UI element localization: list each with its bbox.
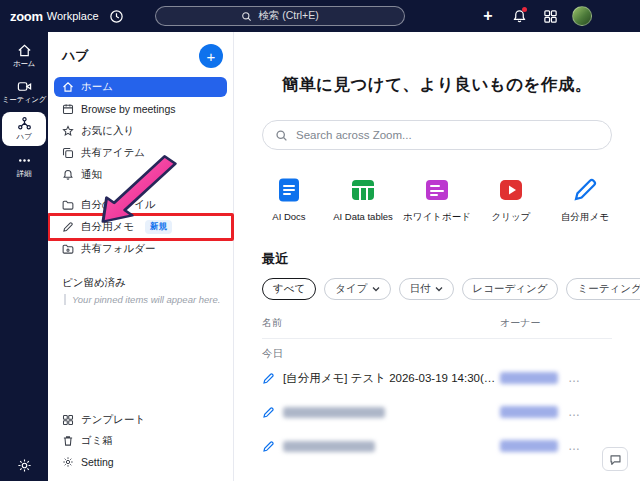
sidebar-item-label: 共有アイテム [81, 146, 145, 160]
sidebar-item-home[interactable]: ホーム [54, 77, 227, 97]
sidebar-item-label: 自分用メモ [81, 220, 134, 234]
rail-item-home[interactable]: ホーム [2, 40, 46, 72]
history-icon[interactable] [106, 6, 126, 26]
sidebar-item-label: お気に入り [81, 124, 134, 138]
sidebar-item-notifications[interactable]: 通知 [54, 165, 227, 185]
filter-recordings[interactable]: レコーディング [462, 278, 559, 300]
notifications-bell-icon[interactable] [510, 7, 528, 25]
rail-item-meetings[interactable]: ミーティング [2, 76, 46, 108]
sidebar-item-my-notes[interactable]: 自分用メモ 新規 [54, 217, 227, 237]
sidebar-item-shared-items[interactable]: 共有アイテム [54, 143, 227, 163]
filter-meeting-summary[interactable]: ミーティング要約 [566, 278, 640, 300]
app-ai-docs[interactable]: AI Docs [256, 176, 322, 224]
sidebar-item-trash[interactable]: ゴミ箱 [54, 431, 227, 451]
pinned-section-title: ピン留め済み [54, 276, 227, 290]
rail-item-label: 詳細 [17, 169, 31, 179]
ai-docs-icon [275, 176, 303, 204]
chevron-down-icon [372, 286, 380, 292]
hub-sidebar: ハブ + ホーム Browse by meetings お気に入り 共有ア [48, 32, 234, 481]
ai-data-tables-icon [349, 176, 377, 204]
pencil-icon [262, 372, 275, 385]
star-icon [62, 125, 74, 137]
sidebar-title: ハブ [62, 47, 89, 65]
zoom-logo: zoom Workplace [10, 0, 99, 32]
recent-section-title: 最近 [262, 250, 612, 268]
annotation-box [47, 213, 234, 241]
home-icon [17, 43, 32, 58]
rail-settings-gear-icon[interactable] [0, 458, 48, 473]
sidebar-item-label: Browse by meetings [81, 103, 176, 115]
trash-icon [62, 435, 74, 447]
zoom-logo-text: zoom [10, 9, 43, 24]
new-badge: 新規 [145, 220, 172, 234]
app-my-notes[interactable]: 自分用メモ [552, 176, 618, 224]
apps-row: AI Docs AI Data tables ホワイトボード クリップ [234, 176, 640, 224]
column-owner[interactable]: オーナー [500, 316, 612, 330]
row-more-icon[interactable]: … [568, 439, 581, 453]
template-icon [62, 414, 74, 426]
sidebar-item-templates[interactable]: テンプレート [54, 410, 227, 430]
avatar[interactable] [572, 6, 592, 26]
row-more-icon[interactable]: … [568, 405, 581, 419]
main-content: 簡単に見つけて、より良いものを作成。 AI Docs AI Data table… [234, 32, 640, 481]
column-name[interactable]: 名前 [262, 316, 500, 330]
global-search-placeholder: 検索 (Ctrl+E) [258, 9, 318, 23]
app-label: ホワイトボード [403, 211, 471, 224]
app-whiteboard[interactable]: ホワイトボード [404, 176, 470, 224]
sidebar-item-label: テンプレート [81, 413, 145, 427]
sidebar-item-label: Setting [81, 456, 114, 468]
apps-icon[interactable] [541, 7, 559, 25]
rail-item-label: ホーム [13, 59, 35, 69]
zoom-workplace-window: zoom Workplace 検索 (Ctrl+E) + [0, 0, 640, 481]
clips-icon [497, 176, 525, 204]
sidebar-item-favorites[interactable]: お気に入り [54, 121, 227, 141]
chevron-down-icon [435, 286, 443, 292]
row-title-blurred [283, 407, 385, 418]
owner-blurred [500, 372, 558, 384]
rail-item-hub[interactable]: ハブ [2, 112, 46, 146]
whiteboard-icon [423, 176, 451, 204]
sidebar-item-label: ホーム [81, 80, 113, 94]
global-search[interactable]: 検索 (Ctrl+E) [155, 6, 405, 26]
app-label: 自分用メモ [561, 211, 609, 224]
app-clips[interactable]: クリップ [478, 176, 544, 224]
more-icon [17, 153, 32, 168]
pencil-icon [262, 440, 275, 453]
pencil-icon [262, 406, 275, 419]
filter-date[interactable]: 日付 [399, 278, 454, 300]
app-ai-data-tables[interactable]: AI Data tables [330, 176, 396, 224]
pinned-empty-text: Your pinned items will appear here. [64, 294, 223, 305]
hero-heading: 簡単に見つけて、より良いものを作成。 [234, 74, 640, 96]
folder-icon [62, 199, 74, 211]
meetings-icon [17, 79, 32, 94]
sidebar-item-browse-by-meetings[interactable]: Browse by meetings [54, 99, 227, 119]
sidebar-item-label: 自分のファイル [81, 198, 156, 212]
filter-type[interactable]: タイプ [324, 278, 390, 300]
table-row[interactable]: … [262, 429, 612, 463]
sidebar-divider-space [48, 186, 233, 194]
app-label: クリップ [492, 211, 531, 224]
add-icon[interactable]: + [479, 7, 497, 25]
gear-icon [62, 456, 74, 468]
row-more-icon[interactable]: … [568, 371, 581, 385]
sidebar-item-setting[interactable]: Setting [54, 452, 227, 472]
search-icon [241, 11, 252, 22]
feedback-chat-button[interactable] [602, 447, 628, 471]
sidebar-item-my-files[interactable]: 自分のファイル [54, 195, 227, 215]
table-row[interactable]: [自分用メモ] テスト 2026-03-19 14:30(GMT+9:... … [262, 361, 612, 395]
sidebar-item-shared-folders[interactable]: 共有フォルダー [54, 239, 227, 259]
filter-all[interactable]: すべて [262, 278, 316, 300]
rail-item-more[interactable]: 詳細 [2, 150, 46, 182]
zoom-search-bar [262, 120, 612, 150]
search-icon [275, 129, 288, 142]
filter-chips: すべて タイプ 日付 レコーディング [262, 278, 612, 300]
row-title: [自分用メモ] テスト 2026-03-19 14:30(GMT+9:... [283, 371, 500, 386]
add-new-button[interactable]: + [199, 44, 223, 68]
shared-items-icon [62, 147, 74, 159]
bell-icon [62, 169, 74, 181]
search-input[interactable] [296, 129, 599, 141]
left-rail: ホーム ミーティング ハブ 詳細 [0, 32, 48, 481]
table-row[interactable]: … [262, 395, 612, 429]
sidebar-item-label: 共有フォルダー [81, 242, 155, 256]
hub-icon [17, 116, 32, 131]
